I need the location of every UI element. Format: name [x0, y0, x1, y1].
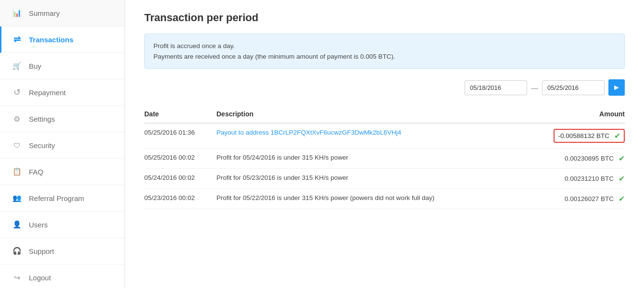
col-header-date: Date: [144, 106, 216, 123]
cell-date-3: 05/23/2016 00:02: [144, 189, 216, 209]
sidebar-item-settings[interactable]: Settings: [0, 106, 125, 132]
go-button[interactable]: ►: [608, 79, 625, 96]
cell-date-2: 05/24/2016 00:02: [144, 169, 216, 189]
transactions-icon: [12, 34, 22, 45]
support-icon: [12, 246, 22, 256]
cell-amount-3: 0.00126027 BTC ✔: [529, 189, 625, 209]
checkmark-icon-1: ✔: [619, 154, 625, 163]
sidebar-item-users[interactable]: Users: [0, 212, 125, 238]
sidebar-item-security[interactable]: Security: [0, 132, 125, 159]
page-title: Transaction per period: [144, 12, 625, 24]
sidebar-item-faq[interactable]: FAQ: [0, 159, 125, 185]
settings-icon: [12, 113, 22, 124]
cell-date-1: 05/25/2016 00:02: [144, 149, 216, 169]
date-range-row: — ►: [144, 79, 625, 96]
sidebar-label-users: Users: [29, 221, 48, 229]
sidebar-label-support: Support: [29, 247, 54, 255]
cell-date-0: 05/25/2016 01:36: [144, 123, 216, 149]
sidebar-label-repayment: Repayment: [29, 88, 66, 97]
cell-amount-1: 0.00230895 BTC ✔: [529, 149, 625, 169]
payout-link-0[interactable]: Payout to address 1BCrLP2FQXtXvF6ucwzGF3…: [216, 129, 401, 136]
table-header-row: Date Description Amount: [144, 106, 625, 123]
cell-amount-2: 0.00231210 BTC ✔: [529, 169, 625, 189]
table-row: 05/23/2016 00:02Profit for 05/22/2016 is…: [144, 189, 625, 209]
checkmark-icon-0: ✔: [614, 131, 620, 140]
cell-desc-1: Profit for 05/24/2016 is under 315 KH/s …: [216, 149, 529, 169]
sidebar-item-buy[interactable]: Buy: [0, 53, 125, 79]
info-line-1: Profit is accrued once a day.: [153, 41, 616, 51]
sidebar-item-repayment[interactable]: Repayment: [0, 79, 125, 106]
sidebar-label-referral: Referral Program: [29, 194, 84, 202]
sidebar-item-summary[interactable]: Summary: [0, 0, 125, 26]
summary-icon: [12, 8, 22, 18]
sidebar-label-security: Security: [29, 141, 55, 150]
col-header-amount: Amount: [529, 106, 625, 123]
sidebar-item-referral[interactable]: Referral Program: [0, 185, 125, 212]
info-line-2: Payments are received once a day (the mi…: [153, 51, 616, 62]
info-box: Profit is accrued once a day. Payments a…: [144, 34, 625, 69]
cell-desc-0[interactable]: Payout to address 1BCrLP2FQXtXvF6ucwzGF3…: [216, 123, 529, 149]
sidebar-label-transactions: Transactions: [29, 36, 74, 44]
security-icon: [12, 140, 22, 150]
date-to-input[interactable]: [542, 80, 605, 95]
date-dash: —: [531, 84, 538, 92]
logout-icon: [12, 272, 22, 283]
sidebar-label-buy: Buy: [29, 62, 41, 70]
sidebar-item-support[interactable]: Support: [0, 238, 125, 264]
buy-icon: [12, 61, 22, 71]
referral-icon: [12, 193, 22, 203]
table-row: 05/25/2016 00:02Profit for 05/24/2016 is…: [144, 149, 625, 169]
checkmark-icon-3: ✔: [619, 194, 625, 203]
sidebar-item-transactions[interactable]: Transactions: [0, 26, 125, 53]
cell-amount-0: -0.00588132 BTC✔: [529, 123, 625, 149]
table-row: 05/24/2016 00:02Profit for 05/23/2016 is…: [144, 169, 625, 189]
highlighted-amount-0: -0.00588132 BTC✔: [554, 129, 625, 143]
col-header-desc: Description: [216, 106, 529, 123]
sidebar-label-settings: Settings: [29, 115, 55, 123]
sidebar-item-logout[interactable]: Logout: [0, 264, 125, 288]
sidebar-label-summary: Summary: [29, 9, 60, 17]
cell-desc-2: Profit for 05/23/2016 is under 315 KH/s …: [216, 169, 529, 189]
checkmark-icon-2: ✔: [619, 174, 625, 183]
sidebar-label-logout: Logout: [29, 274, 51, 282]
cell-desc-3: Profit for 05/22/2016 is under 315 KH/s …: [216, 189, 529, 209]
table-row: 05/25/2016 01:36Payout to address 1BCrLP…: [144, 123, 625, 149]
transactions-table: Date Description Amount 05/25/2016 01:36…: [144, 106, 625, 209]
sidebar-label-faq: FAQ: [29, 168, 43, 176]
repayment-icon: [12, 87, 22, 98]
date-from-input[interactable]: [465, 80, 527, 95]
main-content: Transaction per period Profit is accrued…: [125, 0, 644, 288]
users-icon: [12, 219, 22, 230]
faq-icon: [12, 166, 22, 177]
sidebar: Summary Transactions Buy Repayment Setti…: [0, 0, 125, 288]
